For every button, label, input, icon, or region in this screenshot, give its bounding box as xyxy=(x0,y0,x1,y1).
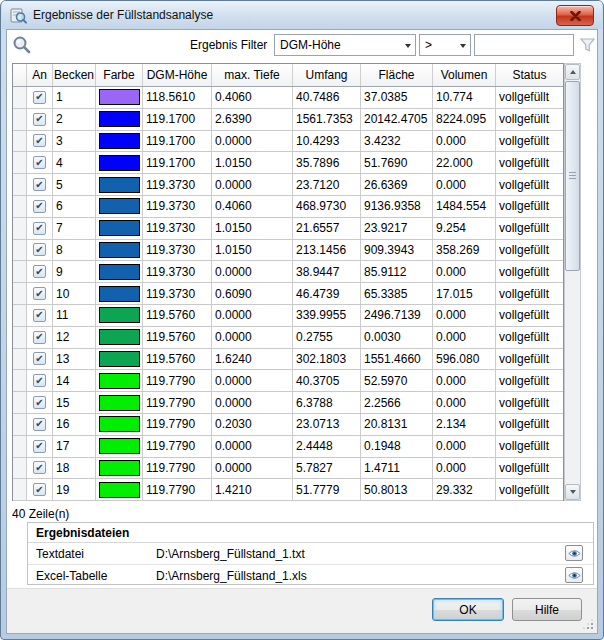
row-checkbox-cell[interactable]: ✔ xyxy=(27,458,53,479)
table-row[interactable]: ✔15119.77900.00006.37882.25660.000vollge… xyxy=(13,392,563,414)
checkbox-icon[interactable]: ✔ xyxy=(33,309,46,322)
scroll-up-button[interactable] xyxy=(565,64,580,80)
row-selector[interactable] xyxy=(13,392,27,413)
checkbox-icon[interactable]: ✔ xyxy=(33,156,46,169)
table-row[interactable]: ✔17119.77900.00002.44480.19480.000vollge… xyxy=(13,436,563,458)
vertical-scrollbar[interactable] xyxy=(564,63,581,501)
checkbox-icon[interactable]: ✔ xyxy=(33,91,46,104)
column-header-3[interactable]: Farbe xyxy=(96,64,143,86)
row-checkbox-cell[interactable]: ✔ xyxy=(27,240,53,261)
row-checkbox-cell[interactable]: ✔ xyxy=(27,370,53,391)
checkbox-icon[interactable]: ✔ xyxy=(33,265,46,278)
funnel-icon[interactable] xyxy=(579,37,596,53)
row-checkbox-cell[interactable]: ✔ xyxy=(27,87,53,108)
row-checkbox-cell[interactable]: ✔ xyxy=(27,196,53,217)
checkbox-icon[interactable]: ✔ xyxy=(33,200,46,213)
view-file-button[interactable] xyxy=(565,545,583,561)
filter-operator-select[interactable]: > xyxy=(419,34,471,56)
row-selector[interactable] xyxy=(13,87,27,108)
column-header-4[interactable]: DGM-Höhe xyxy=(143,64,212,86)
row-selector[interactable] xyxy=(13,152,27,173)
row-checkbox-cell[interactable]: ✔ xyxy=(27,479,53,500)
resize-grip[interactable] xyxy=(584,620,594,630)
help-button[interactable]: Hilfe xyxy=(512,598,582,621)
checkbox-icon[interactable]: ✔ xyxy=(33,461,46,474)
search-icon[interactable] xyxy=(12,35,32,55)
column-header-6[interactable]: Umfang xyxy=(293,64,361,86)
filter-field-select[interactable]: DGM-Höhe xyxy=(274,34,416,56)
row-checkbox-cell[interactable]: ✔ xyxy=(27,414,53,435)
checkbox-icon[interactable]: ✔ xyxy=(33,483,46,496)
table-row[interactable]: ✔1118.56100.406040.748637.038510.774voll… xyxy=(13,87,563,109)
table-row[interactable]: ✔13119.57601.6240302.18031551.4660596.08… xyxy=(13,349,563,371)
row-selector[interactable] xyxy=(13,283,27,304)
table-row[interactable]: ✔16119.77900.203023.071320.81312.134voll… xyxy=(13,414,563,436)
checkbox-icon[interactable]: ✔ xyxy=(33,287,46,300)
row-selector[interactable] xyxy=(13,218,27,239)
table-row[interactable]: ✔10119.37300.609046.473965.338517.015vol… xyxy=(13,283,563,305)
row-checkbox-cell[interactable]: ✔ xyxy=(27,174,53,195)
table-row[interactable]: ✔6119.37300.4060468.97309136.93581484.55… xyxy=(13,196,563,218)
checkbox-icon[interactable]: ✔ xyxy=(33,178,46,191)
close-button[interactable] xyxy=(556,5,594,26)
column-header-2[interactable]: Becken xyxy=(53,64,96,86)
column-header-5[interactable]: max. Tiefe xyxy=(212,64,293,86)
column-header-1[interactable]: An xyxy=(27,64,53,86)
table-row[interactable]: ✔7119.37301.015021.655723.92179.254vollg… xyxy=(13,218,563,240)
table-row[interactable]: ✔19119.77901.421051.777950.801329.332vol… xyxy=(13,479,563,501)
checkbox-icon[interactable]: ✔ xyxy=(33,440,46,453)
table-row[interactable]: ✔11119.57600.0000339.99552496.71390.000v… xyxy=(13,305,563,327)
row-selector[interactable] xyxy=(13,109,27,130)
row-selector[interactable] xyxy=(13,349,27,370)
row-selector[interactable] xyxy=(13,414,27,435)
row-selector[interactable] xyxy=(13,196,27,217)
row-checkbox-cell[interactable]: ✔ xyxy=(27,109,53,130)
row-selector[interactable] xyxy=(13,370,27,391)
checkbox-icon[interactable]: ✔ xyxy=(33,396,46,409)
checkbox-icon[interactable]: ✔ xyxy=(33,243,46,256)
column-header-9[interactable]: Status xyxy=(496,64,563,86)
table-row[interactable]: ✔12119.57600.00000.27550.00300.000vollge… xyxy=(13,327,563,349)
scroll-down-button[interactable] xyxy=(565,484,580,500)
row-selector[interactable] xyxy=(13,305,27,326)
row-selector[interactable] xyxy=(13,327,27,348)
checkbox-icon[interactable]: ✔ xyxy=(33,352,46,365)
filter-value-input[interactable] xyxy=(474,34,574,56)
scrollbar-thumb[interactable] xyxy=(565,81,580,271)
row-checkbox-cell[interactable]: ✔ xyxy=(27,305,53,326)
checkbox-icon[interactable]: ✔ xyxy=(33,134,46,147)
table-row[interactable]: ✔3119.17000.000010.42933.42320.000vollge… xyxy=(13,131,563,153)
checkbox-icon[interactable]: ✔ xyxy=(33,331,46,344)
row-selector[interactable] xyxy=(13,458,27,479)
checkbox-icon[interactable]: ✔ xyxy=(33,374,46,387)
table-row[interactable]: ✔14119.77900.000040.370552.59700.000voll… xyxy=(13,370,563,392)
row-checkbox-cell[interactable]: ✔ xyxy=(27,349,53,370)
checkbox-icon[interactable]: ✔ xyxy=(33,113,46,126)
row-selector[interactable] xyxy=(13,479,27,500)
row-checkbox-cell[interactable]: ✔ xyxy=(27,327,53,348)
row-checkbox-cell[interactable]: ✔ xyxy=(27,283,53,304)
view-file-button[interactable] xyxy=(565,567,583,583)
table-row[interactable]: ✔8119.37301.0150213.1456909.3943358.269v… xyxy=(13,240,563,262)
row-checkbox-cell[interactable]: ✔ xyxy=(27,436,53,457)
table-row[interactable]: ✔9119.37300.000038.944785.91120.000vollg… xyxy=(13,261,563,283)
row-selector[interactable] xyxy=(13,240,27,261)
ok-button[interactable]: OK xyxy=(432,598,504,621)
row-checkbox-cell[interactable]: ✔ xyxy=(27,218,53,239)
row-checkbox-cell[interactable]: ✔ xyxy=(27,261,53,282)
row-checkbox-cell[interactable]: ✔ xyxy=(27,392,53,413)
row-selector[interactable] xyxy=(13,174,27,195)
column-header-7[interactable]: Fläche xyxy=(361,64,433,86)
checkbox-icon[interactable]: ✔ xyxy=(33,222,46,235)
table-row[interactable]: ✔2119.17002.63901561.735320142.47058224.… xyxy=(13,109,563,131)
column-header-8[interactable]: Volumen xyxy=(433,64,496,86)
row-checkbox-cell[interactable]: ✔ xyxy=(27,152,53,173)
row-checkbox-cell[interactable]: ✔ xyxy=(27,131,53,152)
row-selector[interactable] xyxy=(13,261,27,282)
row-selector[interactable] xyxy=(13,131,27,152)
title-bar[interactable]: Ergebnisse der Füllstandsanalyse xyxy=(2,1,602,29)
table-row[interactable]: ✔4119.17001.015035.789651.769022.000voll… xyxy=(13,152,563,174)
checkbox-icon[interactable]: ✔ xyxy=(33,418,46,431)
row-selector[interactable] xyxy=(13,436,27,457)
table-row[interactable]: ✔18119.77900.00005.78271.47110.000vollge… xyxy=(13,458,563,480)
